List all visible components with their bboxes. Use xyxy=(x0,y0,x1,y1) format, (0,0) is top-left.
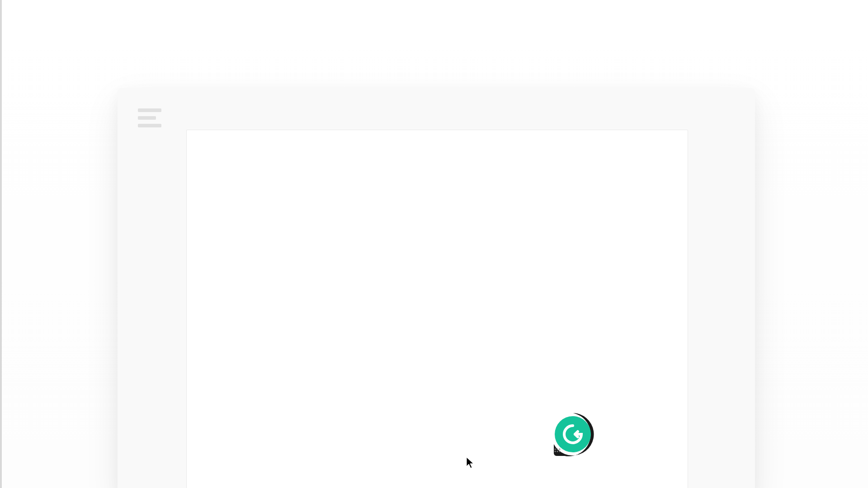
svg-point-4 xyxy=(557,451,558,452)
grammarly-widget-button[interactable] xyxy=(550,412,595,457)
grammarly-g-icon xyxy=(561,423,584,446)
svg-point-0 xyxy=(555,449,556,450)
window-left-edge xyxy=(0,0,2,488)
svg-point-2 xyxy=(559,449,561,450)
hamburger-menu-icon xyxy=(138,108,161,112)
grammarly-circle xyxy=(555,416,591,452)
svg-point-3 xyxy=(555,451,556,452)
svg-point-5 xyxy=(559,451,561,452)
hamburger-menu-button[interactable] xyxy=(138,108,161,127)
svg-point-1 xyxy=(557,449,558,450)
hamburger-menu-icon xyxy=(138,116,156,120)
document-canvas[interactable] xyxy=(186,130,688,488)
editor-window xyxy=(118,88,755,488)
drag-grip-icon xyxy=(554,448,561,455)
hamburger-menu-icon xyxy=(138,124,161,127)
